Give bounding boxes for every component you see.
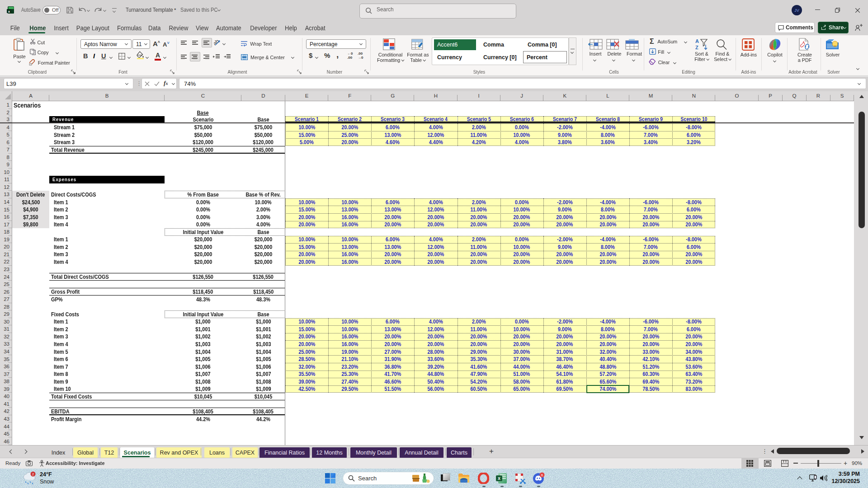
svg-text:Z: Z bbox=[695, 45, 698, 50]
svg-text:A: A bbox=[695, 38, 699, 44]
svg-text:2: 2 bbox=[32, 472, 34, 476]
svg-text:6: 6 bbox=[541, 473, 543, 477]
svg-text:ab: ab bbox=[214, 39, 221, 46]
svg-text:x: x bbox=[498, 476, 500, 481]
svg-text:x: x bbox=[8, 9, 10, 14]
